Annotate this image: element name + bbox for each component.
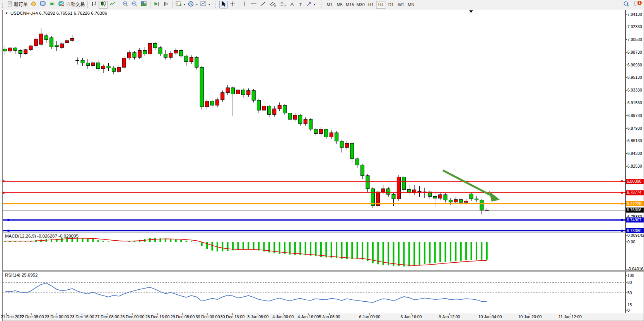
- market-watch-icon: [39, 1, 46, 8]
- timeframe-button-h1[interactable]: H1: [366, 1, 376, 8]
- text-label-tool-button[interactable]: T: [296, 1, 305, 8]
- candle-up: [330, 133, 333, 137]
- candle-down: [44, 36, 48, 40]
- macd-histogram-bar: [299, 242, 301, 255]
- macd-histogram-bar: [212, 242, 213, 251]
- candle-down: [107, 66, 110, 68]
- time-axis: 21 Dec 202222 Dec 08:0023 Dec 00:0023 De…: [1, 313, 582, 319]
- price-level-label-text: 6.73380: [627, 228, 642, 233]
- zoom-in-button[interactable]: [121, 1, 130, 8]
- cursor-tool-button[interactable]: [219, 1, 228, 8]
- candle-down: [257, 100, 261, 110]
- line-handle: [621, 230, 623, 232]
- horizontal-line-tool-button[interactable]: [249, 1, 258, 8]
- zoom-out-button[interactable]: [130, 1, 139, 8]
- candle-chart-button[interactable]: [99, 1, 108, 8]
- auto-scroll-icon: [153, 1, 160, 8]
- candle-down: [267, 106, 271, 114]
- candle-up: [148, 43, 152, 54]
- trendline-tool-button[interactable]: [258, 1, 268, 8]
- vertical-line-tool-button[interactable]: [241, 1, 249, 8]
- toolbar-grip[interactable]: [2, 2, 5, 8]
- macd-histogram-bar: [351, 242, 353, 259]
- macd-histogram-bar: [476, 242, 477, 260]
- macd-histogram-bar: [56, 239, 58, 242]
- macd-histogram-bar: [465, 242, 467, 260]
- arrows-tool-button[interactable]: ▾: [305, 1, 316, 8]
- price-level-label-text: 6.80390: [627, 179, 642, 183]
- toolbar-separator: [318, 1, 318, 8]
- timeframe-button-w1[interactable]: W1: [396, 1, 406, 8]
- macd-histogram-bar: [383, 242, 384, 265]
- price-tick-label: 6.98730: [627, 50, 642, 54]
- time-tick-label: 3 Jan 08:00: [248, 314, 269, 319]
- candle-up: [102, 66, 105, 69]
- templates-button[interactable]: ▾: [199, 1, 211, 8]
- toolbar-separator: [213, 1, 213, 8]
- candle-up: [117, 67, 121, 71]
- bar-chart-button[interactable]: [89, 1, 99, 8]
- macd-histogram-bar: [450, 242, 451, 262]
- search-button[interactable]: [622, 1, 631, 8]
- macd-histogram-bar: [388, 242, 389, 265]
- price-tick-label: 6.84330: [627, 151, 642, 156]
- signals-button[interactable]: [48, 1, 57, 8]
- timeframe-button-mn[interactable]: MN: [406, 1, 416, 8]
- crosshair-tool-button[interactable]: [228, 1, 237, 8]
- timeframe-button-m15[interactable]: M15: [345, 1, 355, 8]
- candle-down: [283, 105, 287, 113]
- chart-title: ▼ USDCNH-,H4 6.76292 6.76561 6.76226 6.7…: [5, 11, 107, 15]
- macd-histogram-bar: [113, 242, 114, 242]
- toolbar-grip[interactable]: [321, 2, 323, 8]
- macd-histogram-bar: [196, 242, 197, 242]
- chart-shift-button[interactable]: [161, 1, 171, 8]
- equidistant-channel-icon: E: [269, 1, 277, 8]
- macd-histogram-bar: [413, 242, 415, 266]
- timeframe-button-h4[interactable]: H4: [376, 1, 386, 8]
- collapse-caret-icon[interactable]: ▼: [5, 12, 8, 15]
- gold-diamond-button[interactable]: [29, 1, 38, 8]
- candle-down: [361, 165, 364, 175]
- timeframe-button-m30[interactable]: M30: [355, 1, 366, 8]
- auto-trading-button[interactable]: 自动交易: [57, 1, 86, 8]
- chart-canvas[interactable]: 7.041307.023307.005306.987306.969306.951…: [0, 9, 644, 321]
- candle-down: [480, 200, 483, 210]
- candle-down: [133, 53, 136, 58]
- price-tick-label: 7.02330: [627, 24, 642, 29]
- timeframe-button-d1[interactable]: D1: [386, 1, 396, 8]
- candle-down: [402, 177, 406, 189]
- time-tick-label: 23 Dec 00:00: [45, 314, 69, 319]
- notifications-button[interactable]: 1: [631, 1, 642, 8]
- search-icon: [623, 1, 630, 8]
- macd-histogram-bar: [305, 242, 306, 255]
- periods-button[interactable]: ▾: [186, 1, 199, 8]
- new-order-button[interactable]: 新订单: [6, 1, 29, 8]
- timeframe-group: M1M5M15M30H1H4D1W1MN: [325, 1, 416, 8]
- macd-scale-label: 0.00: [627, 239, 635, 244]
- text-label-icon: T: [298, 2, 304, 7]
- crosshair-icon: [229, 1, 236, 8]
- text-tool-icon: A: [290, 2, 294, 7]
- market-watch-button[interactable]: [38, 1, 48, 8]
- timeframe-button-m5[interactable]: M5: [335, 1, 345, 8]
- line-handle: [3, 180, 5, 182]
- zoom-in-icon: [122, 1, 129, 8]
- candle-up: [76, 60, 79, 61]
- timeframe-button-m1[interactable]: M1: [325, 1, 335, 8]
- toolbar-grip[interactable]: [215, 2, 218, 8]
- new-chart-button[interactable]: ▾: [174, 1, 186, 8]
- gold-diamond-icon: [30, 1, 37, 8]
- tile-windows-button[interactable]: [139, 1, 149, 8]
- fibonacci-tool-button[interactable]: F: [278, 1, 288, 8]
- line-chart-button[interactable]: [108, 1, 117, 8]
- macd-histogram-bar: [108, 241, 109, 242]
- candle-down: [14, 48, 17, 50]
- macd-histogram-bar: [82, 238, 84, 242]
- zoom-out-icon: [131, 1, 138, 8]
- text-tool-button[interactable]: A: [288, 1, 296, 8]
- equidistant-channel-tool-button[interactable]: E: [268, 1, 278, 8]
- macd-histogram-bar: [294, 242, 296, 255]
- toolbar-separator: [150, 1, 150, 8]
- auto-scroll-button[interactable]: [152, 1, 161, 8]
- dropdown-caret-icon: ▾: [314, 3, 315, 6]
